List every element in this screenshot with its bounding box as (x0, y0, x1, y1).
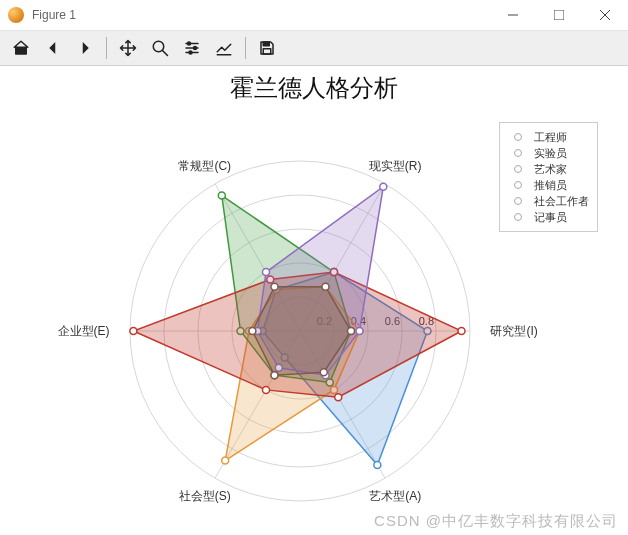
legend-marker-icon (508, 165, 528, 173)
legend-marker-icon (508, 149, 528, 157)
series-marker (322, 283, 329, 290)
legend-item: 艺术家 (508, 161, 589, 177)
legend-label: 记事员 (534, 209, 567, 225)
series-marker (263, 269, 270, 276)
window-title: Figure 1 (32, 8, 490, 22)
back-icon[interactable] (38, 33, 68, 63)
legend-item: 社会工作者 (508, 193, 589, 209)
axis-label: 现实型(R) (369, 159, 422, 173)
legend-item: 推销员 (508, 177, 589, 193)
series-marker (335, 394, 342, 401)
save-icon[interactable] (252, 33, 282, 63)
matplotlib-toolbar (0, 31, 628, 66)
home-icon[interactable] (6, 33, 36, 63)
series-marker (222, 457, 229, 464)
legend-label: 推销员 (534, 177, 567, 193)
svg-point-10 (194, 47, 197, 50)
legend-label: 工程师 (534, 129, 567, 145)
maximize-button[interactable] (536, 0, 582, 30)
series-marker (374, 461, 381, 468)
svg-line-5 (162, 50, 167, 55)
svg-rect-1 (554, 10, 564, 20)
app-icon (8, 7, 24, 23)
svg-point-9 (188, 42, 191, 45)
legend-label: 实验员 (534, 145, 567, 161)
legend-label: 艺术家 (534, 161, 567, 177)
legend-marker-icon (508, 213, 528, 221)
close-button[interactable] (582, 0, 628, 30)
svg-rect-13 (263, 49, 271, 54)
pan-icon[interactable] (113, 33, 143, 63)
toolbar-separator (245, 37, 246, 59)
toolbar-separator (106, 37, 107, 59)
legend-item: 记事员 (508, 209, 589, 225)
series-marker (130, 328, 137, 335)
legend-label: 社会工作者 (534, 193, 589, 209)
configure-subplots-icon[interactable] (177, 33, 207, 63)
series-marker (348, 328, 355, 335)
axis-label: 企业型(E) (58, 324, 110, 338)
legend-item: 工程师 (508, 129, 589, 145)
axis-label: 常规型(C) (178, 159, 231, 173)
axis-label: 艺术型(A) (369, 489, 421, 503)
legend-marker-icon (508, 197, 528, 205)
window-titlebar: Figure 1 (0, 0, 628, 31)
plot-area: 霍兰德人格分析 研究型(I)艺术型(A)社会型(S)企业型(E)常规型(C)现实… (0, 66, 628, 535)
legend-marker-icon (508, 133, 528, 141)
series-marker (320, 369, 327, 376)
edit-axes-icon[interactable] (209, 33, 239, 63)
legend-marker-icon (508, 181, 528, 189)
series-marker (271, 372, 278, 379)
series-marker (249, 328, 256, 335)
zoom-icon[interactable] (145, 33, 175, 63)
axis-label: 社会型(S) (179, 489, 231, 503)
axis-label: 研究型(I) (490, 324, 537, 338)
series-marker (218, 192, 225, 199)
series-marker (458, 328, 465, 335)
minimize-button[interactable] (490, 0, 536, 30)
svg-point-11 (189, 51, 192, 54)
series-marker (271, 283, 278, 290)
series-marker (263, 386, 270, 393)
svg-rect-12 (263, 42, 269, 46)
forward-icon[interactable] (70, 33, 100, 63)
series-marker (356, 328, 363, 335)
legend: 工程师实验员艺术家推销员社会工作者记事员 (499, 122, 598, 232)
series-marker (380, 183, 387, 190)
legend-item: 实验员 (508, 145, 589, 161)
